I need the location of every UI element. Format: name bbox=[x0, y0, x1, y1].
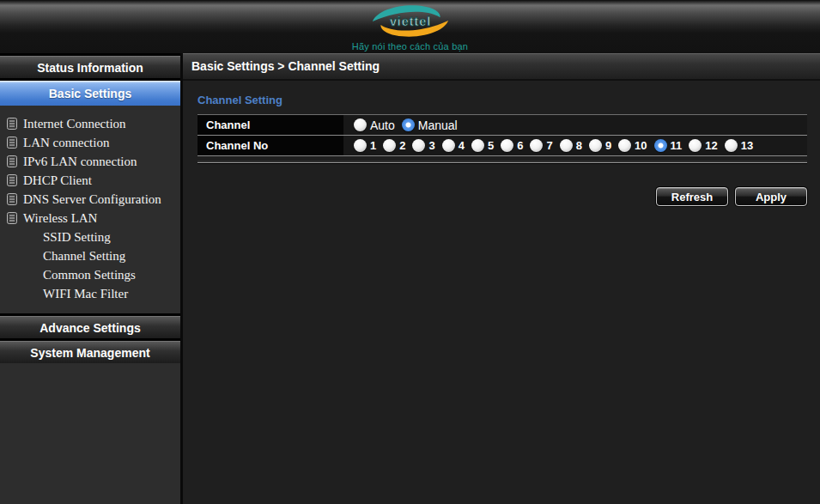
list-icon bbox=[7, 137, 17, 149]
channel-no-option-6[interactable]: 6 bbox=[501, 139, 523, 152]
sidebar-header-system-management[interactable]: System Management bbox=[0, 338, 180, 363]
channel-no-option-label: 12 bbox=[705, 139, 717, 152]
list-icon bbox=[7, 118, 17, 130]
radio-3[interactable] bbox=[412, 139, 425, 152]
channel-no-option-3[interactable]: 3 bbox=[412, 139, 434, 152]
sidebar-menu: Internet Connection LAN connection IPv6 … bbox=[0, 106, 180, 313]
radio-1[interactable] bbox=[354, 139, 367, 152]
radio-auto[interactable] bbox=[354, 118, 367, 131]
channel-no-label: Channel No bbox=[197, 136, 343, 155]
page-title: Channel Setting bbox=[197, 94, 807, 106]
sidebar-item-label: Wireless LAN bbox=[23, 211, 97, 226]
sidebar-item-wifi-mac-filter[interactable]: WIFI Mac Filter bbox=[0, 284, 180, 303]
button-row: Refresh Apply bbox=[197, 187, 807, 206]
content-area: Channel Setting Channel AutoManual Chann… bbox=[183, 81, 820, 206]
channel-no-option-label: 9 bbox=[605, 139, 611, 152]
channel-mode-option-label: Auto bbox=[370, 118, 395, 132]
logo-tagline: Hãy nói theo cách của bạn bbox=[0, 41, 820, 52]
table-row-channel-no: Channel No 12345678910111213 bbox=[197, 136, 807, 156]
apply-button[interactable]: Apply bbox=[735, 187, 807, 206]
sidebar-item-label: IPv6 LAN connection bbox=[23, 155, 137, 169]
channel-label: Channel bbox=[197, 115, 343, 135]
list-icon bbox=[7, 193, 17, 205]
logo-wrap: viettel bbox=[0, 3, 820, 46]
sidebar-item-channel-setting[interactable]: Channel Setting bbox=[0, 246, 180, 265]
sidebar-item-ipv6-lan-connection[interactable]: IPv6 LAN connection bbox=[0, 152, 180, 171]
sidebar-item-label: DHCP Client bbox=[23, 173, 92, 188]
channel-no-option-label: 10 bbox=[635, 139, 647, 152]
channel-no-option-label: 4 bbox=[459, 139, 465, 152]
channel-no-option-7[interactable]: 7 bbox=[530, 139, 552, 152]
channel-no-option-5[interactable]: 5 bbox=[471, 139, 494, 152]
channel-mode-option-manual[interactable]: Manual bbox=[402, 118, 458, 132]
sidebar-item-label: Internet Connection bbox=[23, 117, 126, 131]
sidebar-item-label: Channel Setting bbox=[43, 249, 125, 264]
sidebar-filler bbox=[0, 363, 180, 504]
radio-8[interactable] bbox=[560, 139, 573, 152]
radio-11-selected[interactable] bbox=[654, 139, 667, 152]
channel-no-option-13[interactable]: 13 bbox=[725, 139, 753, 152]
channel-no-option-2[interactable]: 2 bbox=[383, 139, 405, 152]
channel-no-option-label: 3 bbox=[428, 139, 434, 152]
sidebar-item-label: SSID Setting bbox=[43, 230, 111, 245]
sidebar-item-label: WIFI Mac Filter bbox=[43, 287, 128, 301]
breadcrumb: Basic Settings > Channel Setting bbox=[183, 53, 820, 81]
list-icon bbox=[7, 212, 17, 224]
channel-no-option-label: 5 bbox=[488, 139, 494, 152]
sidebar-header-advance-settings[interactable]: Advance Settings bbox=[0, 313, 180, 338]
channel-mode-options: AutoManual bbox=[343, 115, 807, 135]
sidebar-item-label: DNS Server Configuration bbox=[23, 192, 161, 207]
table-row-channel: Channel AutoManual bbox=[197, 115, 807, 136]
radio-13[interactable] bbox=[725, 139, 738, 152]
sidebar-item-dns-server-configuration[interactable]: DNS Server Configuration bbox=[0, 190, 180, 209]
sidebar-item-dhcp-client[interactable]: DHCP Client bbox=[0, 171, 180, 190]
top-header: viettel Hãy nói theo cách của bạn bbox=[0, 0, 820, 53]
channel-mode-option-auto[interactable]: Auto bbox=[354, 118, 395, 132]
radio-7[interactable] bbox=[530, 139, 543, 152]
channel-no-option-8[interactable]: 8 bbox=[560, 139, 582, 152]
sidebar-item-wireless-lan[interactable]: Wireless LAN bbox=[0, 209, 180, 228]
radio-12[interactable] bbox=[689, 139, 702, 152]
channel-no-option-9[interactable]: 9 bbox=[589, 139, 611, 152]
list-icon bbox=[7, 174, 17, 186]
radio-6[interactable] bbox=[501, 139, 513, 152]
radio-2[interactable] bbox=[383, 139, 396, 152]
list-icon bbox=[7, 155, 17, 167]
viettel-logo-icon: viettel bbox=[360, 3, 461, 42]
layout: Status Information Basic Settings Intern… bbox=[0, 53, 820, 504]
radio-10[interactable] bbox=[618, 139, 631, 152]
sidebar-item-lan-connection[interactable]: LAN connection bbox=[0, 133, 180, 152]
sidebar-item-label: Common Settings bbox=[43, 268, 136, 282]
sidebar-header-basic-settings[interactable]: Basic Settings bbox=[0, 78, 180, 106]
channel-no-option-label: 6 bbox=[517, 139, 523, 152]
radio-4[interactable] bbox=[442, 139, 455, 152]
refresh-button[interactable]: Refresh bbox=[656, 187, 728, 206]
channel-no-option-label: 13 bbox=[741, 139, 753, 152]
channel-no-option-label: 8 bbox=[576, 139, 582, 152]
sidebar: Status Information Basic Settings Intern… bbox=[0, 53, 180, 504]
channel-no-option-label: 7 bbox=[546, 139, 552, 152]
sidebar-header-status-information[interactable]: Status Information bbox=[0, 53, 180, 78]
main-panel: Basic Settings > Channel Setting Channel… bbox=[183, 53, 820, 504]
channel-no-option-label: 11 bbox=[671, 139, 683, 152]
channel-no-option-11[interactable]: 11 bbox=[654, 139, 683, 152]
channel-no-option-12[interactable]: 12 bbox=[689, 139, 717, 152]
channel-no-option-4[interactable]: 4 bbox=[442, 139, 465, 152]
radio-manual-selected[interactable] bbox=[402, 118, 415, 131]
channel-no-option-1[interactable]: 1 bbox=[354, 139, 376, 152]
sidebar-item-common-settings[interactable]: Common Settings bbox=[0, 265, 180, 284]
channel-no-option-label: 2 bbox=[399, 139, 405, 152]
sidebar-item-ssid-setting[interactable]: SSID Setting bbox=[0, 228, 180, 246]
radio-5[interactable] bbox=[471, 139, 484, 152]
channel-no-option-10[interactable]: 10 bbox=[618, 139, 647, 152]
sidebar-item-label: LAN connection bbox=[23, 136, 109, 150]
viettel-wordmark: viettel bbox=[389, 15, 430, 28]
channel-no-options: 12345678910111213 bbox=[343, 136, 807, 155]
channel-setting-table: Channel AutoManual Channel No 1234567891… bbox=[197, 114, 807, 156]
channel-no-option-label: 1 bbox=[370, 139, 376, 152]
sidebar-item-internet-connection[interactable]: Internet Connection bbox=[0, 114, 180, 133]
radio-9[interactable] bbox=[589, 139, 602, 152]
channel-mode-option-label: Manual bbox=[418, 118, 458, 132]
section-divider bbox=[197, 161, 807, 163]
